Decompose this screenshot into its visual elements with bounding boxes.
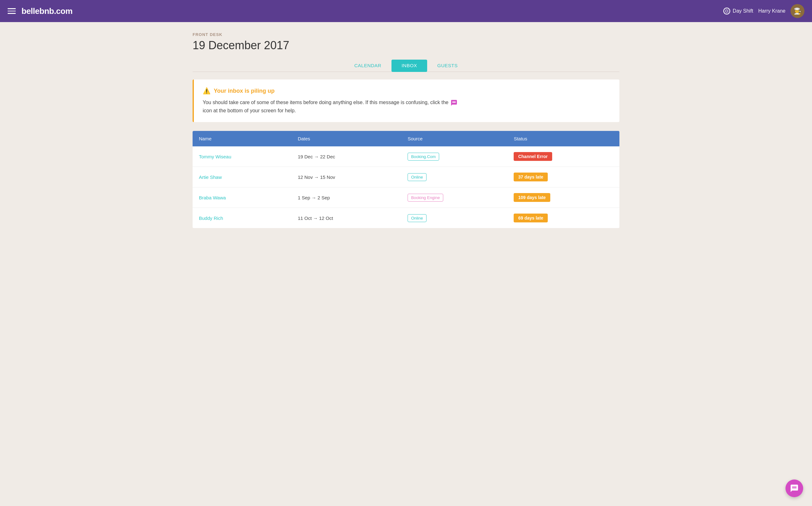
sun-icon: [723, 8, 730, 14]
col-status: Status: [507, 131, 619, 146]
guest-status: 37 days late: [507, 167, 619, 187]
tab-inbox[interactable]: INBOX: [391, 60, 427, 72]
svg-line-7: [725, 13, 725, 13]
avatar: 👨‍🍳: [791, 4, 804, 18]
guest-source: Online: [401, 208, 507, 228]
alert-title: ⚠️ Your inbox is piling up: [203, 87, 610, 95]
guest-name[interactable]: Tommy Wiseau: [199, 154, 231, 159]
guest-dates: 11 Oct → 12 Oct: [291, 208, 401, 228]
table-row: Artie Shaw 12 Nov → 15 Nov Online 37 day…: [193, 167, 619, 187]
shift-label: Day Shift: [733, 8, 753, 14]
tab-calendar[interactable]: CALENDAR: [344, 60, 391, 72]
page-content: FRONT DESK 19 December 2017 CALENDAR INB…: [185, 22, 627, 228]
username: Harry Krane: [758, 8, 786, 14]
col-source: Source: [401, 131, 507, 146]
table-row: Braba Wawa 1 Sep → 2 Sep Booking Engine …: [193, 187, 619, 208]
guest-dates: 12 Nov → 15 Nov: [291, 167, 401, 187]
header-left: bellebnb.com: [8, 6, 73, 16]
svg-point-0: [726, 10, 728, 12]
alert-body: You should take care of some of these it…: [203, 98, 610, 114]
app-header: bellebnb.com Day Shift Harry Krane 👨‍�: [0, 0, 812, 22]
app-logo: bellebnb.com: [21, 6, 73, 16]
header-right: Day Shift Harry Krane 👨‍🍳: [723, 4, 804, 18]
alert-box: ⚠️ Your inbox is piling up You should ta…: [193, 80, 619, 122]
svg-line-3: [725, 9, 725, 9]
chat-icon-inline: [450, 99, 457, 106]
chat-fab[interactable]: [786, 480, 803, 497]
shift-info: Day Shift: [723, 8, 753, 14]
guest-status: 69 days late: [507, 208, 619, 228]
guest-status: Channel Error: [507, 146, 619, 167]
guest-name[interactable]: Braba Wawa: [199, 195, 226, 200]
guest-status: 109 days late: [507, 187, 619, 208]
col-dates: Dates: [291, 131, 401, 146]
page-title: 19 December 2017: [193, 39, 619, 52]
section-label: FRONT DESK: [193, 32, 619, 37]
warning-icon: ⚠️: [203, 87, 211, 95]
svg-line-4: [728, 13, 729, 13]
svg-line-8: [728, 9, 729, 9]
inbox-table: Name Dates Source Status Tommy Wiseau 19…: [193, 131, 619, 228]
guest-dates: 19 Dec → 22 Dec: [291, 146, 401, 167]
tabs-container: CALENDAR INBOX GUESTS: [193, 60, 619, 72]
guest-name[interactable]: Buddy Rich: [199, 216, 223, 221]
menu-toggle[interactable]: [8, 8, 16, 14]
guest-name[interactable]: Artie Shaw: [199, 174, 222, 180]
guest-source: Online: [401, 167, 507, 187]
tab-guests[interactable]: GUESTS: [427, 60, 468, 72]
col-name: Name: [193, 131, 291, 146]
guest-source: Booking Engine: [401, 187, 507, 208]
table-row: Tommy Wiseau 19 Dec → 22 Dec Booking.Com…: [193, 146, 619, 167]
table-row: Buddy Rich 11 Oct → 12 Oct Online 69 day…: [193, 208, 619, 228]
guest-dates: 1 Sep → 2 Sep: [291, 187, 401, 208]
guest-source: Booking.Com: [401, 146, 507, 167]
